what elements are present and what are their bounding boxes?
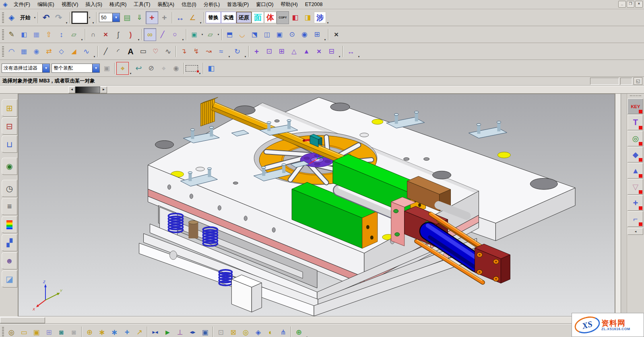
rectangle-select-icon[interactable] (186, 65, 198, 72)
nx-start-icon[interactable]: ◈ (5, 11, 18, 24)
visualization-icon[interactable] (2, 216, 17, 233)
snapshot-off-icon[interactable]: ◙ (68, 326, 80, 337)
pattern-feature-icon[interactable]: ⊞ (311, 28, 323, 41)
extrude-icon[interactable]: ⇧ (43, 28, 55, 41)
ruled-surface-icon[interactable]: ◠ (5, 45, 18, 58)
menu-et2008[interactable]: ET2008 (301, 1, 326, 8)
mirror-assembly-icon[interactable]: ▶◀ (149, 326, 161, 337)
find-component-icon[interactable]: ◎ (5, 326, 18, 337)
offset-region-icon[interactable]: ⊞ (275, 45, 288, 58)
dropdown-arrow[interactable]: ▾ (200, 33, 204, 36)
graphics-window[interactable]: Z Y X (18, 94, 615, 316)
history-icon[interactable]: ◷ (2, 180, 17, 197)
menu-format[interactable]: 格式(R) (106, 1, 130, 8)
wcs-orient-icon[interactable]: + (158, 11, 171, 24)
dropdown-arrow[interactable]: ▾ (91, 21, 95, 25)
section-curve-icon[interactable]: ʃ (112, 28, 124, 41)
menu-edit[interactable]: 编辑(E) (34, 1, 58, 8)
constraint-ring-icon[interactable]: ◎ (239, 326, 252, 337)
dropdown-arrow[interactable]: ▾ (88, 16, 91, 19)
part-navigator-icon[interactable]: ⊔ (2, 136, 17, 153)
zoom-scale-combo-arrow[interactable]: ▼ (112, 13, 120, 22)
show-solid-icon[interactable]: ◧ (289, 11, 301, 24)
scroll-left-button[interactable]: ◄ (68, 86, 75, 93)
menu-file[interactable]: 文件(F) (10, 1, 34, 8)
palette-collapse-button[interactable]: ◄ (627, 228, 643, 235)
dropdown-arrow[interactable]: ▾ (33, 16, 37, 19)
menu-view[interactable]: 视图(V) (58, 1, 82, 8)
arc-icon[interactable]: ◜ (112, 45, 124, 58)
dropdown-arrow[interactable]: ▾ (199, 21, 202, 25)
minimize-button[interactable]: _ (618, 1, 626, 8)
plate-part-icon[interactable]: ▲ (627, 163, 643, 179)
vertical-scrollbar[interactable] (615, 94, 621, 316)
dropdown-arrow[interactable]: ▾ (198, 72, 202, 75)
add-component-icon[interactable]: ⊕ (83, 326, 96, 337)
bridge-curve-icon[interactable]: ) (124, 28, 137, 41)
model-canvas[interactable]: Z Y X (19, 94, 615, 316)
toolbar-grip[interactable] (2, 327, 4, 337)
menu-window[interactable]: 窗口(O) (252, 1, 277, 8)
wcs-dynamics-icon[interactable]: + (146, 11, 158, 24)
thru-block-icon[interactable]: ▣ (273, 28, 286, 41)
chain-rings-icon[interactable]: ∞ (144, 28, 156, 41)
scroll-thumb[interactable] (75, 86, 100, 93)
trimmed-sheet-icon[interactable]: ◧ (18, 28, 30, 41)
dropdown-arrow[interactable]: ▾ (326, 21, 330, 25)
palette-grip[interactable] (630, 95, 641, 98)
offset-surface-icon[interactable]: ↕ (55, 28, 68, 41)
datum-plane2-icon[interactable]: ▱ (204, 28, 217, 41)
elbow-part-icon[interactable]: ⌐ (627, 211, 643, 227)
start-button[interactable]: 开始 (18, 12, 33, 23)
sew-surface-icon[interactable]: ▦ (30, 28, 43, 41)
trim-curve-icon[interactable]: ↴ (178, 45, 190, 58)
divide-curve-icon[interactable]: ↯ (190, 45, 202, 58)
restore-button[interactable]: 还原 (236, 12, 252, 23)
toolbar-grip[interactable] (2, 12, 4, 23)
dropdown-arrow[interactable]: ▾ (357, 55, 361, 58)
resize-blend-icon[interactable]: ↔ (345, 45, 357, 58)
shaded-view-icon[interactable]: ◧ (205, 62, 217, 75)
circle-icon[interactable]: ○ (169, 28, 181, 41)
line2-icon[interactable]: ╱ (99, 45, 112, 58)
menu-preferences[interactable]: 首选项(P) (223, 1, 252, 8)
erase-preview-icon[interactable]: ⊘ (145, 62, 157, 75)
replace-button[interactable]: 替换 (206, 12, 221, 23)
emboss-icon[interactable]: ⬔ (248, 28, 261, 41)
menu-tools[interactable]: 工具(T) (130, 1, 154, 8)
copy-format-icon[interactable]: COPY (277, 11, 289, 24)
move-component-icon[interactable]: ⊠ (227, 326, 239, 337)
redo-icon[interactable]: ↷ (52, 11, 65, 24)
measure-angle-icon[interactable]: ∠ (186, 11, 199, 24)
sketch-icon[interactable]: ✎ (5, 28, 18, 41)
hole-icon[interactable]: ⊙ (286, 28, 298, 41)
display-color-swatch[interactable] (72, 12, 88, 24)
intersection-curve-icon[interactable]: × (99, 28, 112, 41)
close-button[interactable]: × (635, 1, 643, 8)
delete-face-icon[interactable]: × (313, 45, 325, 58)
dropdown-arrow[interactable]: ▾ (93, 55, 96, 58)
dropdown-arrow[interactable]: ▾ (181, 38, 185, 41)
datum-plane-icon[interactable]: ▱ (68, 28, 80, 41)
dropdown-arrow[interactable]: ▾ (129, 72, 132, 75)
dropdown-arrow[interactable]: ▾ (338, 55, 341, 58)
zoom-scale-combo[interactable]: 50▼ (99, 13, 120, 22)
key-part-icon[interactable]: KEY (627, 99, 643, 114)
dropdown-arrow[interactable]: ▾ (65, 21, 68, 25)
show-dof-icon[interactable]: ⋔ (277, 326, 289, 337)
resize-face-icon[interactable]: ▲ (300, 45, 313, 58)
wave-link-icon[interactable]: ◈ (252, 326, 264, 337)
true-transparent-button[interactable]: 实透 (221, 12, 236, 23)
line-icon[interactable]: ╱ (156, 28, 169, 41)
dropdown-arrow[interactable]: ▾ (80, 38, 84, 41)
snap-point-icon[interactable]: ⌖ (116, 62, 129, 75)
assembly-sequence-icon[interactable]: ▶ (161, 326, 174, 337)
adjust-dimension-icon[interactable]: × (330, 28, 343, 41)
studio-spline-icon[interactable]: ∿ (162, 45, 174, 58)
profile-curve-icon[interactable]: ♡ (149, 45, 162, 58)
constraint-navigator-icon[interactable]: ⊟ (2, 117, 17, 135)
pull-face-icon[interactable]: ⊡ (263, 45, 275, 58)
toolbar-grip[interactable] (2, 29, 4, 40)
revolve-icon[interactable]: ↻ (231, 45, 244, 58)
replace-face-icon[interactable]: △ (288, 45, 300, 58)
